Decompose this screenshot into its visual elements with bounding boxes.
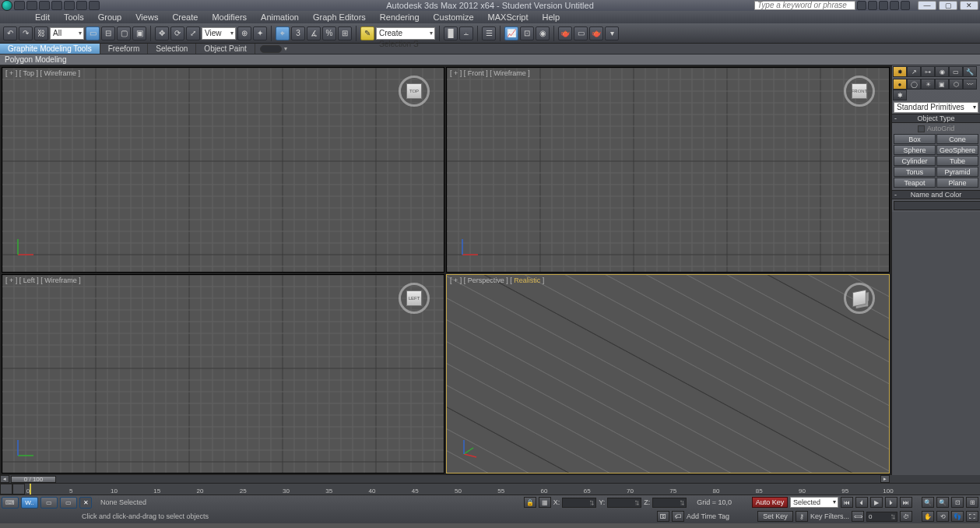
- schematic-button[interactable]: ⊡: [520, 26, 534, 40]
- select-region-button[interactable]: ▢: [117, 26, 131, 40]
- maxscript-mini[interactable]: ⌨: [2, 497, 19, 509]
- menu-help[interactable]: Help: [536, 12, 567, 22]
- viewcube-perspective[interactable]: [844, 283, 875, 314]
- setkey-button[interactable]: Set Key: [757, 511, 793, 522]
- tab-motion[interactable]: ◉: [935, 66, 949, 77]
- qat-project[interactable]: [76, 1, 87, 10]
- coord-z[interactable]: [652, 498, 687, 508]
- menu-customize[interactable]: Customize: [427, 12, 481, 22]
- cat-systems[interactable]: ✱: [893, 90, 907, 100]
- ribbon-tab-objectpaint[interactable]: Object Paint: [196, 44, 255, 54]
- help-search[interactable]: Type a keyword or phrase: [754, 1, 855, 10]
- menu-grapheditors[interactable]: Graph Editors: [306, 12, 373, 22]
- tab-hierarchy[interactable]: ⊶: [921, 66, 935, 77]
- coord-y[interactable]: [607, 498, 641, 508]
- zoom-button[interactable]: 🔍: [922, 497, 934, 508]
- menu-create[interactable]: Create: [165, 12, 205, 22]
- ref-coord-combo[interactable]: View: [202, 27, 236, 40]
- goto-start[interactable]: ⏮: [841, 497, 853, 508]
- edge-constraint-button[interactable]: ⊞: [338, 26, 352, 40]
- object-name-input[interactable]: [894, 201, 980, 210]
- qat-save[interactable]: [39, 1, 50, 10]
- select-object-button[interactable]: ▭: [86, 26, 100, 40]
- app-icon[interactable]: [2, 0, 12, 11]
- btn-sphere[interactable]: Sphere: [894, 145, 936, 155]
- zoom-all-button[interactable]: 🔍: [936, 497, 949, 508]
- percent-snap-button[interactable]: ∡: [307, 26, 321, 40]
- keyfilters-label[interactable]: Key Filters...: [810, 512, 849, 520]
- autokey-button[interactable]: Auto Key: [752, 497, 788, 508]
- ribbon-tab-freeform[interactable]: Freeform: [100, 44, 149, 54]
- viewport-label-front[interactable]: [ + ] [ Front ] [ Wireframe ]: [450, 69, 530, 77]
- rollout-object-type[interactable]: Object Type: [892, 114, 980, 123]
- viewcube-top[interactable]: TOP: [399, 76, 430, 107]
- undo-button[interactable]: ↶: [3, 26, 17, 40]
- ribbon-tab-selection[interactable]: Selection: [148, 44, 196, 54]
- isolate-button[interactable]: ▦: [539, 497, 551, 508]
- time-config-button[interactable]: ⏱: [900, 511, 912, 522]
- btn-plane[interactable]: Plane: [936, 178, 978, 188]
- window-crossing-button[interactable]: ▣: [132, 26, 146, 40]
- angle-snap-button[interactable]: 3: [291, 26, 305, 40]
- menu-animation[interactable]: Animation: [254, 12, 306, 22]
- qat-undo[interactable]: [51, 1, 62, 10]
- zoom-extents-button[interactable]: ⊡: [951, 497, 964, 508]
- coord-x[interactable]: [562, 498, 596, 508]
- timeline-mode[interactable]: ⟺: [852, 511, 864, 522]
- trackbar-opencurve[interactable]: [0, 484, 12, 495]
- ribbon-panel-polymodeling[interactable]: Polygon Modeling: [0, 55, 980, 65]
- curve-editor-button[interactable]: 📈: [504, 26, 518, 40]
- btn-pyramid[interactable]: Pyramid: [936, 167, 978, 177]
- scale-button[interactable]: ⤢: [186, 26, 200, 40]
- cat-spacewarps[interactable]: 〰: [963, 79, 977, 90]
- viewport-left[interactable]: [ + ] [ Left ] [ Wireframe ] LEFT: [2, 274, 444, 473]
- timeslider-next[interactable]: ▸: [880, 475, 890, 483]
- timeslider-thumb[interactable]: 0 / 100: [11, 476, 56, 483]
- tab-display[interactable]: ▭: [949, 66, 963, 77]
- cat-cameras[interactable]: ▣: [935, 79, 949, 90]
- viewport-perspective[interactable]: [ + ] [ Perspective ] [ Realistic ]: [446, 274, 890, 473]
- viewport-label-left[interactable]: [ + ] [ Left ] [ Wireframe ]: [5, 276, 81, 284]
- cat-shapes[interactable]: ◯: [907, 79, 921, 90]
- timeslider-prev[interactable]: ◂: [0, 475, 9, 483]
- timeconfig-key[interactable]: ⚿: [657, 511, 669, 522]
- ribbon-tab-graphite[interactable]: Graphite Modeling Tools: [0, 44, 100, 54]
- named-selection-icon[interactable]: ✎: [360, 26, 374, 40]
- btn-tube[interactable]: Tube: [936, 156, 978, 166]
- task-w[interactable]: W..: [21, 497, 38, 509]
- select-name-button[interactable]: ⊟: [101, 26, 115, 40]
- select-manipulate-button[interactable]: ✦: [253, 26, 267, 40]
- maximize-viewport-button[interactable]: ⛶: [966, 511, 978, 522]
- viewport-label-top[interactable]: [ + ] [ Top ] [ Wireframe ]: [5, 69, 80, 77]
- time-slider[interactable]: ◂ 0 / 100 ▸: [0, 475, 980, 483]
- menu-group[interactable]: Group: [91, 12, 129, 22]
- qat-open[interactable]: [26, 1, 37, 10]
- keyfilters-icon[interactable]: ⚷: [796, 511, 808, 522]
- next-frame[interactable]: ⏵: [885, 497, 897, 508]
- render-dropdown-button[interactable]: ▾: [605, 26, 619, 40]
- viewcube-front[interactable]: FRONT: [844, 76, 875, 107]
- render-button[interactable]: 🫖: [589, 26, 603, 40]
- add-time-tag[interactable]: Add Time Tag: [687, 512, 729, 520]
- btn-cylinder[interactable]: Cylinder: [894, 156, 936, 166]
- zoom-extents-all-button[interactable]: ⊞: [966, 497, 978, 508]
- viewcube-left[interactable]: LEFT: [399, 283, 430, 314]
- lock-selection[interactable]: 🔒: [524, 497, 536, 508]
- tab-create[interactable]: ✸: [893, 66, 907, 77]
- menu-edit[interactable]: Edit: [28, 12, 57, 22]
- move-button[interactable]: ✥: [155, 26, 169, 40]
- track-bar[interactable]: 0510152025303540455055606570758085909510…: [0, 483, 980, 495]
- cat-geometry[interactable]: ●: [893, 79, 907, 90]
- walk-button[interactable]: 👣: [951, 511, 964, 522]
- btn-cone[interactable]: Cone: [936, 134, 978, 144]
- btn-torus[interactable]: Torus: [894, 167, 936, 177]
- menu-views[interactable]: Views: [128, 12, 165, 22]
- goto-end[interactable]: ⏭: [900, 497, 912, 508]
- current-frame-spin[interactable]: 0: [866, 512, 897, 522]
- menu-rendering[interactable]: Rendering: [373, 12, 427, 22]
- favorites-icon[interactable]: [890, 1, 899, 10]
- trackbar-filter[interactable]: [12, 484, 25, 495]
- timetag-icon[interactable]: 🏷: [672, 511, 684, 522]
- minimize-button[interactable]: —: [918, 1, 936, 10]
- redo-button[interactable]: ↷: [19, 26, 33, 40]
